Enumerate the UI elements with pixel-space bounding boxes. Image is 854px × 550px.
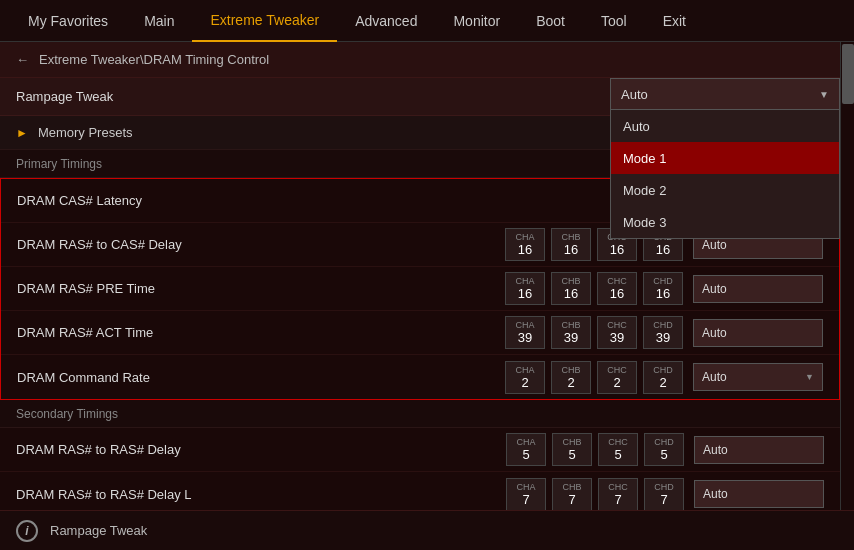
nav-extreme-tweaker[interactable]: Extreme Tweaker [192,0,337,42]
memory-presets-label: Memory Presets [38,125,133,140]
dram-ras-act-value: Auto [702,326,727,340]
dram-cas-latency-label: DRAM CAS# Latency [17,193,635,208]
channel-chb: CHB 39 [551,316,591,349]
nav-advanced[interactable]: Advanced [337,0,435,42]
dram-ras-pre-value: Auto [702,282,727,296]
primary-timings-label: Primary Timings [16,157,102,171]
rampage-dropdown[interactable]: Auto ▼ Auto Mode 1 Mode 2 Mode 3 [610,78,840,110]
rampage-dropdown-trigger[interactable]: Auto ▼ [610,78,840,110]
table-row: DRAM RAS# ACT Time CHA 39 CHB 39 CHC 39 … [1,311,839,355]
nav-tool[interactable]: Tool [583,0,645,42]
channel-chd: CHD 39 [643,316,683,349]
dram-ras-ras-value: Auto [703,443,728,457]
status-bar: i Rampage Tweak [0,510,854,550]
dram-ras-ras-l-control[interactable]: Auto [694,480,824,508]
table-row: DRAM RAS# PRE Time CHA 16 CHB 16 CHC 16 … [1,267,839,311]
nav-boot[interactable]: Boot [518,0,583,42]
dram-ras-cas-delay-label: DRAM RAS# to CAS# Delay [17,237,505,252]
dram-ras-pre-channels: CHA 16 CHB 16 CHC 16 CHD 16 [505,272,683,305]
dram-command-rate-label: DRAM Command Rate [17,370,505,385]
channel-chd: CHD 5 [644,433,684,466]
channel-cha: CHA 16 [505,272,545,305]
nav-monitor[interactable]: Monitor [435,0,518,42]
dram-ras-ras-channels: CHA 5 CHB 5 CHC 5 CHD 5 [506,433,684,466]
nav-exit[interactable]: Exit [645,0,704,42]
dram-ras-ras-delay-label: DRAM RAS# to RAS# Delay [16,442,506,457]
channel-chc: CHC 39 [597,316,637,349]
scrollbar-track[interactable] [840,42,854,510]
dram-ras-act-channels: CHA 39 CHB 39 CHC 39 CHD 39 [505,316,683,349]
breadcrumb-text: Extreme Tweaker\DRAM Timing Control [39,52,269,67]
breadcrumb: ← Extreme Tweaker\DRAM Timing Control [0,42,854,78]
back-arrow-icon[interactable]: ← [16,52,29,67]
channel-cha: CHA 2 [505,361,545,394]
dram-ras-ras-control[interactable]: Auto [694,436,824,464]
dram-ras-ras-l-value: Auto [703,487,728,501]
chevron-down-icon: ▼ [805,372,814,382]
status-text: Rampage Tweak [50,523,147,538]
dram-ras-cas-value: Auto [702,238,727,252]
channel-cha: CHA 7 [506,478,546,511]
table-row: DRAM Command Rate CHA 2 CHB 2 CHC 2 CHD … [1,355,839,399]
channel-chd: CHD 16 [643,272,683,305]
dram-command-rate-channels: CHA 2 CHB 2 CHC 2 CHD 2 [505,361,683,394]
table-row: DRAM RAS# to RAS# Delay CHA 5 CHB 5 CHC … [0,428,840,472]
rampage-dropdown-menu: Auto Mode 1 Mode 2 Mode 3 [610,110,840,239]
nav-my-favorites[interactable]: My Favorites [10,0,126,42]
chevron-down-icon: ▼ [819,89,829,100]
dram-ras-act-label: DRAM RAS# ACT Time [17,325,505,340]
nav-main[interactable]: Main [126,0,192,42]
channel-chd: CHD 7 [644,478,684,511]
dram-ras-ras-delay-l-label: DRAM RAS# to RAS# Delay L [16,487,506,502]
channel-chc: CHC 2 [597,361,637,394]
channel-chb: CHB 7 [552,478,592,511]
channel-chc: CHC 7 [598,478,638,511]
channel-cha: CHA 16 [505,228,545,261]
dropdown-option-auto[interactable]: Auto [611,110,839,142]
dram-ras-ras-l-channels: CHA 7 CHB 7 CHC 7 CHD 7 [506,478,684,511]
dram-command-rate-value: Auto [702,370,727,384]
dram-ras-pre-label: DRAM RAS# PRE Time [17,281,505,296]
channel-cha: CHA 5 [506,433,546,466]
dram-ras-pre-control[interactable]: Auto [693,275,823,303]
top-navigation: My Favorites Main Extreme Tweaker Advanc… [0,0,854,42]
dram-command-rate-control[interactable]: Auto ▼ [693,363,823,391]
channel-chb: CHB 16 [551,228,591,261]
secondary-timings-header: Secondary Timings [0,400,840,428]
channel-chb: CHB 5 [552,433,592,466]
dram-ras-act-control[interactable]: Auto [693,319,823,347]
rampage-dropdown-value: Auto [621,87,648,102]
channel-chb: CHB 2 [551,361,591,394]
info-icon: i [16,520,38,542]
expand-arrow-icon: ► [16,126,28,140]
dropdown-option-mode1[interactable]: Mode 1 [611,142,839,174]
channel-chd: CHD 2 [643,361,683,394]
channel-cha: CHA 39 [505,316,545,349]
dropdown-option-mode3[interactable]: Mode 3 [611,206,839,238]
dropdown-option-mode2[interactable]: Mode 2 [611,174,839,206]
channel-chb: CHB 16 [551,272,591,305]
channel-chc: CHC 5 [598,433,638,466]
rampage-tweak-label: Rampage Tweak [16,89,113,104]
secondary-timings-label: Secondary Timings [16,407,118,421]
scrollbar-thumb[interactable] [842,44,854,104]
channel-chc: CHC 16 [597,272,637,305]
